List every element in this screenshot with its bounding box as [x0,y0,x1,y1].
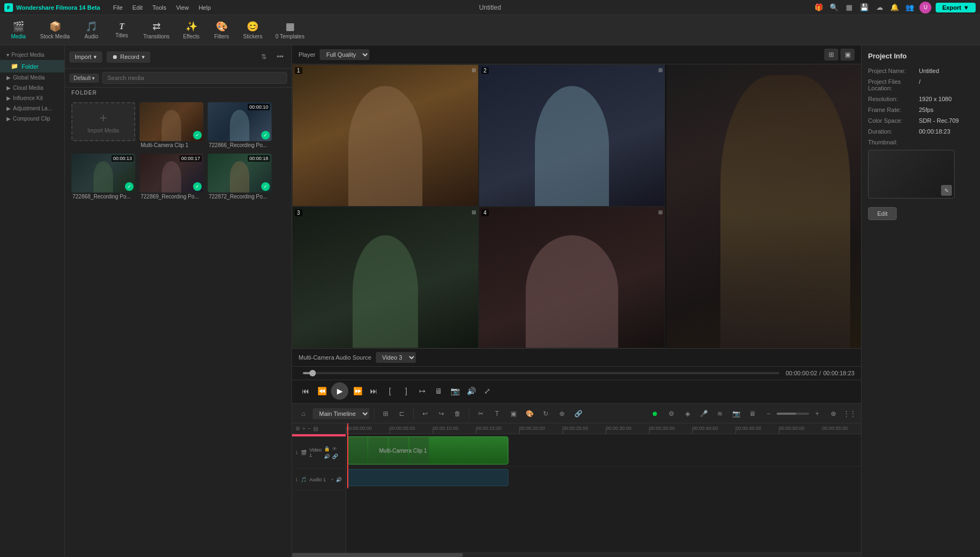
compound-clip-section[interactable]: ▶ Compound Clip [0,114,64,124]
toolbar-stock-media[interactable]: 📦 Stock Media [35,18,75,42]
global-media-section[interactable]: ▶ Global Media [0,72,64,83]
crop-in-button[interactable]: [ [383,384,397,398]
more-timeline-btn[interactable]: ⋮⋮ [843,407,857,421]
toolbar-templates[interactable]: ▦ 0 Templates [270,18,310,42]
list-item[interactable]: 00:00:18 ✓ 722872_Recording Po... [208,154,272,201]
camera-cell-1[interactable]: 1 ⊞ [292,64,479,207]
zoom-out-btn[interactable]: − [762,407,776,421]
toolbar-filters[interactable]: 🎨 Filters [208,18,236,42]
user-avatar[interactable]: U [919,2,931,14]
timeline-dropdown[interactable]: Main Timeline [313,408,369,419]
camera-cell-3[interactable]: 3 ⊞ [292,207,479,349]
link-track-icon[interactable]: 🔗 [332,453,339,460]
more-options-icon[interactable]: ••• [273,50,287,64]
users-icon[interactable]: 👥 [904,2,915,13]
monitor-icon[interactable]: 🖥 [432,384,446,398]
eye-icon[interactable]: 👁 [332,446,337,452]
menu-help[interactable]: Help [194,3,215,12]
zoom-slider[interactable] [777,413,809,415]
layout-icon[interactable]: ▦ [844,2,855,13]
undo-btn[interactable]: ↩ [418,407,432,421]
toolbar-transitions[interactable]: ⇄ Transitions [138,18,175,42]
search-input[interactable] [102,72,287,84]
sort-icon[interactable]: ⇅ [257,50,271,64]
list-item[interactable]: 00:00:10 ✓ 722866_Recording Po... [208,102,272,149]
list-item[interactable]: 00:00:17 ✓ 722869_Recording Po... [140,154,203,201]
influence-kit-section[interactable]: ▶ Influence Kit [0,93,64,103]
cut-btn[interactable]: ✂ [474,407,488,421]
main-camera-view[interactable] [666,64,861,348]
video-track-area[interactable]: Multi-Camera Clip 1 [346,434,861,467]
gift-icon[interactable]: 🎁 [813,2,824,13]
arrow-forward-icon[interactable]: ↦ [415,384,429,398]
sidebar-item-folder[interactable]: 📁 Folder [0,60,64,72]
thumbnail-edit-icon[interactable]: ✎ [941,185,952,196]
color-btn[interactable]: 🎨 [522,407,537,421]
import-placeholder[interactable]: + Import Media [71,102,135,141]
tl-settings-icon[interactable]: ⚙ [295,426,300,432]
effects-btn-tl[interactable]: ⚙ [664,407,678,421]
skip-back-button[interactable]: ⏮ [299,384,313,398]
lock-icon[interactable]: 🔒 [323,446,330,452]
wave-btn[interactable]: ≋ [713,407,727,421]
toolbar-audio[interactable]: 🎵 Audio [77,18,105,42]
project-media-section[interactable]: ▾ Project Media [0,50,64,60]
audio-btn-tl[interactable]: 🎤 [697,407,711,421]
progress-handle[interactable] [309,370,316,376]
toolbar-titles[interactable]: T Titles [108,19,136,41]
redo-btn[interactable]: ↪ [434,407,448,421]
play-button[interactable]: ▶ [331,382,348,400]
text-btn[interactable]: T [490,407,504,421]
toolbar-stickers[interactable]: 😊 Stickers [238,18,268,42]
crop-out-button[interactable]: ] [399,384,413,398]
single-view-icon[interactable]: ▣ [840,49,855,61]
menu-file[interactable]: File [109,3,127,12]
toolbar-media[interactable]: 🎬 Media [4,18,32,42]
list-item[interactable]: + Import Media [71,102,135,149]
save-icon[interactable]: 💾 [859,2,870,13]
zoom-in-btn[interactable]: + [810,407,824,421]
menu-tools[interactable]: Tools [148,3,171,12]
record-active-btn[interactable]: ⏺ [648,407,662,421]
fullscreen-icon[interactable]: ⤢ [480,384,494,398]
add-track-btn[interactable]: ⊕ [826,407,840,421]
magnet-btn[interactable]: ⊏ [395,407,409,421]
record-button[interactable]: ⏺ Record ▾ [107,51,150,63]
cloud-icon[interactable]: ☁ [874,2,885,13]
audio-clip-block[interactable] [347,469,508,486]
edit-button[interactable]: Edit [868,207,897,220]
volume-icon[interactable]: 🔊 [464,384,478,398]
step-forward-button[interactable]: ⏩ [350,384,365,398]
tl-snap-icon[interactable]: ▤ [313,426,318,432]
cloud-media-section[interactable]: ▶ Cloud Media [0,83,64,93]
adjustment-layer-section[interactable]: ▶ Adjustment La... [0,103,64,114]
export-button[interactable]: Export ▼ [936,3,976,12]
audio-track-icon[interactable]: 🔊 [323,453,330,460]
progress-bar[interactable] [303,372,779,374]
import-button[interactable]: Import ▾ [69,51,102,63]
audio-track-area[interactable] [346,467,861,488]
camera-cell-2[interactable]: 2 ⊞ [479,64,665,207]
camera-snap-icon[interactable]: 📷 [448,384,462,398]
delete-btn[interactable]: 🗑 [451,407,465,421]
monitor-btn-tl[interactable]: 🖥 [745,407,759,421]
crop-btn[interactable]: ▣ [506,407,520,421]
composite-btn[interactable]: ⊕ [555,407,569,421]
timeline-scrollbar[interactable] [292,553,861,557]
search-icon[interactable]: 🔍 [829,2,839,13]
default-button[interactable]: Default ▾ [69,74,99,83]
skip-forward-button[interactable]: ⏭ [367,384,381,398]
menu-edit[interactable]: Edit [128,3,147,12]
grid-view-icon[interactable]: ⊞ [824,49,838,61]
list-item[interactable]: 00:00:13 ✓ 722868_Recording Po... [71,154,135,201]
list-item[interactable]: ✓ Multi-Camera Clip 1 [140,102,203,149]
tl-add-icon[interactable]: + [302,426,306,432]
audio-source-select[interactable]: Video 3 [376,352,416,363]
toolbar-effects[interactable]: ✨ Effects [177,18,206,42]
wrap-btn[interactable]: ↻ [539,407,553,421]
timeline-home-icon[interactable]: ⌂ [296,407,310,421]
audio-vol-icon[interactable]: 🔊 [335,476,342,483]
grid-view-btn[interactable]: ⊞ [379,407,393,421]
notification-icon[interactable]: 🔔 [889,2,900,13]
marker-btn[interactable]: ◈ [680,407,694,421]
